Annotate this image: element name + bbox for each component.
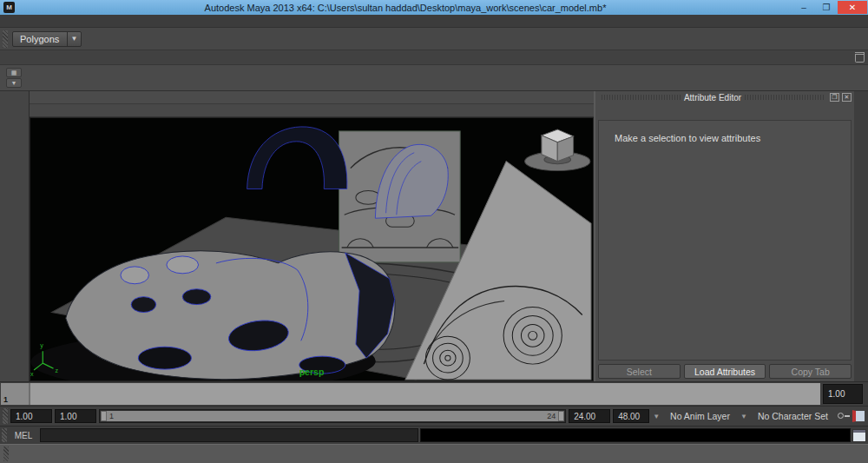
menu-set-selector[interactable]: Polygons ▼	[12, 31, 82, 47]
viewport-toolbar	[30, 104, 594, 117]
load-attributes-button[interactable]: Load Attributes	[684, 364, 766, 379]
range-end-handle[interactable]	[558, 411, 564, 421]
title-bar: M Autodesk Maya 2013 x64: C:\Users\sulta…	[0, 0, 868, 15]
attribute-editor-panel: Attribute Editor ❐ ✕ Make a selection to…	[594, 91, 854, 381]
panel-menu-bar	[30, 91, 594, 104]
menu-bar	[0, 15, 868, 28]
drag-handle[interactable]	[745, 95, 824, 100]
shelf-arrow-button[interactable]: ▼	[6, 78, 22, 88]
shelf-menu-buttons: ▦ ▼	[2, 68, 26, 88]
car-body-mesh[interactable]	[66, 251, 395, 380]
copy-tab-button[interactable]: Copy Tab	[769, 364, 852, 379]
timeline-ruler[interactable]: 1	[1, 383, 820, 405]
range-start-handle[interactable]	[101, 411, 107, 421]
help-line-grip[interactable]	[3, 446, 9, 461]
attribute-editor-title: Attribute Editor	[684, 93, 741, 103]
playback-start-field[interactable]: 1.00	[55, 409, 96, 423]
playback-end-field[interactable]: 24.00	[569, 409, 610, 423]
chevron-down-icon[interactable]: ▼	[652, 413, 661, 420]
command-line: MEL	[0, 426, 868, 444]
current-frame-marker[interactable]: 1	[1, 383, 30, 405]
command-line-label[interactable]: MEL	[9, 431, 38, 440]
status-line-grip[interactable]	[3, 30, 8, 48]
chevron-down-icon[interactable]: ▼	[740, 413, 748, 420]
trash-icon[interactable]	[855, 52, 865, 63]
attribute-editor-content: Make a selection to view attributes	[598, 120, 852, 360]
attribute-editor-buttons: Select Load Attributes Copy Tab	[595, 362, 854, 381]
viewport-panel: y x z persp	[30, 91, 594, 381]
toolbox	[0, 91, 30, 381]
no-selection-message: Make a selection to view attributes	[615, 133, 760, 143]
close-panel-icon[interactable]: ✕	[842, 93, 852, 102]
range-slider-track[interactable]: 1 24	[99, 409, 566, 423]
menu-set-value: Polygons	[13, 34, 67, 44]
command-input[interactable]	[40, 428, 418, 442]
fender-arch-mesh[interactable]	[247, 127, 347, 189]
time-slider: 1 1.00	[0, 381, 868, 406]
scene: y x z	[30, 118, 593, 380]
maximize-button[interactable]: ❐	[815, 1, 838, 14]
help-line	[0, 444, 868, 463]
auto-keyframe-icon[interactable]	[838, 412, 850, 420]
window-title: Autodesk Maya 2013 x64: C:\Users\sultan …	[18, 3, 792, 13]
viewport-canvas[interactable]: y x z persp	[30, 117, 594, 381]
script-editor-icon[interactable]	[852, 429, 866, 442]
chevron-down-icon: ▼	[67, 32, 81, 46]
current-time-field[interactable]: 1.00	[823, 384, 863, 404]
range-grip[interactable]	[3, 408, 8, 424]
command-line-grip[interactable]	[2, 428, 7, 442]
shelf-menu-button[interactable]: ▦	[6, 68, 22, 77]
camera-label: persp	[30, 367, 593, 377]
float-panel-icon[interactable]: ❐	[830, 93, 839, 102]
select-button[interactable]: Select	[598, 364, 681, 379]
range-slider-bar[interactable]: 1 24	[101, 411, 564, 421]
shelf: ▦ ▼	[0, 65, 868, 91]
attribute-editor-titlebar[interactable]: Attribute Editor ❐ ✕	[595, 91, 854, 103]
command-result-field[interactable]	[420, 428, 851, 442]
maya-app-icon: M	[3, 2, 15, 13]
poly-cube-object[interactable]	[525, 129, 590, 171]
animation-preferences-icon[interactable]	[852, 410, 865, 422]
drag-handle[interactable]	[602, 95, 681, 100]
svg-text:y: y	[40, 342, 43, 349]
maya-window: M Autodesk Maya 2013 x64: C:\Users\sulta…	[0, 0, 868, 463]
close-button[interactable]: ✕	[838, 1, 867, 14]
animation-start-field[interactable]: 1.00	[10, 409, 52, 423]
shelf-tabs	[0, 50, 868, 65]
range-end-label: 24	[547, 412, 556, 420]
animation-end-field[interactable]: 48.00	[613, 409, 649, 423]
range-slider-row: 1.00 1.00 1 24 24.00 48.00 ▼ No Anim Lay…	[0, 406, 868, 426]
status-line: Polygons ▼	[0, 28, 868, 50]
anim-layer-selector[interactable]: No Anim Layer	[663, 409, 737, 424]
sidebar-tabs	[854, 91, 868, 381]
range-start-label: 1	[109, 412, 114, 420]
attribute-editor-menu	[595, 103, 854, 118]
minimize-button[interactable]: –	[792, 1, 815, 14]
character-set-selector[interactable]: No Character Set	[751, 409, 835, 424]
